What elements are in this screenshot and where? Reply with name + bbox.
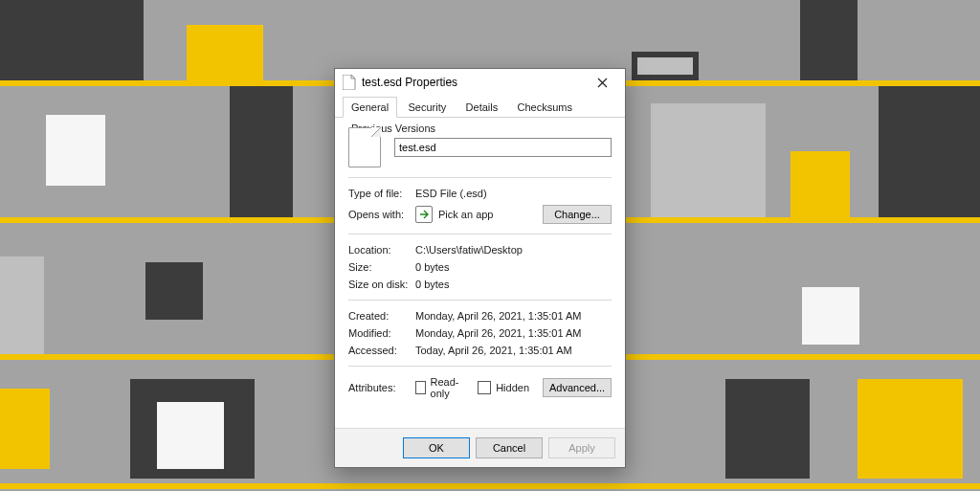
checkbox-box-icon bbox=[478, 381, 491, 394]
opens-with-label: Opens with: bbox=[348, 209, 415, 220]
filename-input[interactable] bbox=[394, 138, 612, 157]
size-label: Size: bbox=[348, 261, 415, 273]
apply-button[interactable]: Apply bbox=[548, 437, 615, 458]
modified-value: Monday, April 26, 2021, 1:35:01 AM bbox=[415, 327, 581, 339]
type-of-file-value: ESD File (.esd) bbox=[415, 188, 487, 199]
opens-with-value: Pick an app bbox=[438, 209, 543, 220]
general-panel: Type of file: ESD File (.esd) Opens with… bbox=[335, 118, 625, 428]
app-picker-icon bbox=[415, 206, 433, 223]
ok-button[interactable]: OK bbox=[403, 437, 470, 458]
location-value: C:\Users\fatiw\Desktop bbox=[415, 244, 523, 256]
properties-dialog: test.esd Properties General Security Det… bbox=[334, 68, 626, 468]
size-on-disk-label: Size on disk: bbox=[348, 279, 415, 290]
titlebar[interactable]: test.esd Properties bbox=[335, 69, 625, 96]
created-label: Created: bbox=[348, 310, 415, 322]
dialog-footer: OK Cancel Apply bbox=[335, 428, 625, 467]
window-title: test.esd Properties bbox=[362, 76, 585, 89]
created-value: Monday, April 26, 2021, 1:35:01 AM bbox=[415, 310, 581, 322]
change-button[interactable]: Change... bbox=[543, 205, 612, 224]
accessed-label: Accessed: bbox=[348, 345, 415, 356]
cancel-button[interactable]: Cancel bbox=[476, 437, 543, 458]
hidden-checkbox[interactable]: Hidden bbox=[478, 381, 529, 394]
close-button[interactable] bbox=[585, 71, 619, 94]
attributes-label: Attributes: bbox=[348, 382, 415, 393]
type-of-file-label: Type of file: bbox=[348, 188, 415, 199]
tab-strip: General Security Details Checksums Previ… bbox=[335, 96, 625, 118]
checkbox-box-icon bbox=[415, 381, 426, 394]
readonly-checkbox[interactable]: Read-only bbox=[415, 376, 464, 399]
advanced-button[interactable]: Advanced... bbox=[543, 378, 612, 397]
size-on-disk-value: 0 bytes bbox=[415, 279, 449, 290]
tab-security[interactable]: Security bbox=[399, 97, 455, 117]
file-type-icon bbox=[348, 127, 381, 167]
hidden-checkbox-label: Hidden bbox=[496, 382, 529, 393]
readonly-checkbox-label: Read-only bbox=[431, 376, 465, 399]
location-label: Location: bbox=[348, 244, 415, 256]
tab-checksums[interactable]: Checksums bbox=[509, 97, 581, 117]
modified-label: Modified: bbox=[348, 327, 415, 339]
tab-general[interactable]: General bbox=[343, 97, 397, 118]
file-icon bbox=[343, 75, 356, 90]
size-value: 0 bytes bbox=[415, 261, 449, 273]
accessed-value: Today, April 26, 2021, 1:35:01 AM bbox=[415, 345, 572, 356]
tab-details[interactable]: Details bbox=[457, 97, 507, 117]
